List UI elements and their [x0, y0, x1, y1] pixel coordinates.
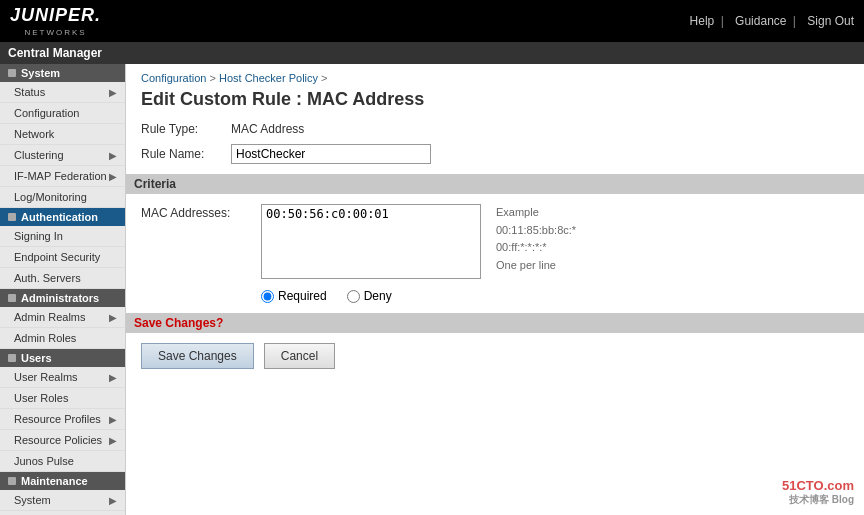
watermark: 51CTO.com 技术博客 Blog	[782, 478, 854, 507]
sidebar-item-label: Admin Roles	[14, 332, 76, 344]
sidebar-item-status[interactable]: Status▶	[0, 82, 125, 103]
chevron-right-icon: ▶	[109, 312, 117, 323]
sidebar-item-label: User Realms	[14, 371, 78, 383]
chevron-right-icon: ▶	[109, 87, 117, 98]
sidebar-item-label: Configuration	[14, 107, 79, 119]
sep1: |	[721, 14, 724, 28]
sidebar-section-authentication[interactable]: Authentication	[0, 208, 125, 226]
mac-label: MAC Addresses:	[141, 204, 261, 220]
button-row: Save Changes Cancel	[141, 343, 849, 369]
sidebar-item-label: Endpoint Security	[14, 251, 100, 263]
topbar-title: Central Manager	[8, 46, 102, 60]
sidebar-item-label: Status	[14, 86, 45, 98]
radio-deny[interactable]: Deny	[347, 289, 392, 303]
rule-name-label: Rule Name:	[141, 147, 231, 161]
sidebar-item-label: User Roles	[14, 392, 68, 404]
guidance-link[interactable]: Guidance	[735, 14, 786, 28]
sidebar-section-system[interactable]: System	[0, 64, 125, 82]
topbar: Central Manager	[0, 42, 864, 64]
mac-textarea[interactable]	[261, 204, 481, 279]
watermark-line1: 51CTO.com	[782, 478, 854, 493]
main-layout: SystemStatus▶ConfigurationNetworkCluster…	[0, 64, 864, 515]
example-line3: One per line	[496, 259, 556, 271]
sidebar-item-signing-in[interactable]: Signing In	[0, 226, 125, 247]
criteria-row: MAC Addresses: Example 00:11:85:bb:8c:* …	[141, 204, 849, 279]
example-line1: 00:11:85:bb:8c:*	[496, 224, 576, 236]
radio-group: Required Deny	[261, 289, 849, 303]
save-section-header: Save Changes?	[126, 313, 864, 333]
rule-type-value: MAC Address	[231, 122, 304, 136]
rule-name-input[interactable]	[231, 144, 431, 164]
rule-type-row: Rule Type: MAC Address	[141, 122, 849, 136]
radio-required-input[interactable]	[261, 290, 274, 303]
sidebar-item-log-monitoring[interactable]: Log/Monitoring	[0, 187, 125, 208]
breadcrumb-sep1: >	[210, 72, 219, 84]
sidebar-item-junos-pulse[interactable]: Junos Pulse	[0, 451, 125, 472]
chevron-right-icon: ▶	[109, 414, 117, 425]
sidebar-item-system[interactable]: System▶	[0, 490, 125, 511]
header-nav: Help | Guidance | Sign Out	[685, 14, 854, 28]
sidebar-item-label: Signing In	[14, 230, 63, 242]
criteria-header: Criteria	[126, 174, 864, 194]
radio-deny-input[interactable]	[347, 290, 360, 303]
sidebar-item-resource-policies[interactable]: Resource Policies▶	[0, 430, 125, 451]
example-title: Example	[496, 206, 539, 218]
sidebar-item-label: System	[14, 494, 51, 506]
content-area: Configuration > Host Checker Policy > Ed…	[126, 64, 864, 515]
sidebar-item-endpoint-security[interactable]: Endpoint Security	[0, 247, 125, 268]
sep2: |	[793, 14, 796, 28]
sidebar-item-if-map-federation[interactable]: IF-MAP Federation▶	[0, 166, 125, 187]
sidebar-item-label: Auth. Servers	[14, 272, 81, 284]
example-text: Example 00:11:85:bb:8c:* 00:ff:*:*:*:* O…	[496, 204, 576, 274]
radio-deny-label: Deny	[364, 289, 392, 303]
sidebar-item-label: Junos Pulse	[14, 455, 74, 467]
chevron-right-icon: ▶	[109, 150, 117, 161]
sidebar-item-label: Resource Policies	[14, 434, 102, 446]
sidebar-item-admin-realms[interactable]: Admin Realms▶	[0, 307, 125, 328]
app-header: JUNIPER. NETWORKS Help | Guidance | Sign…	[0, 0, 864, 42]
sidebar-item-label: Network	[14, 128, 54, 140]
sidebar: SystemStatus▶ConfigurationNetworkCluster…	[0, 64, 126, 515]
page-title: Edit Custom Rule : MAC Address	[141, 89, 849, 110]
chevron-right-icon: ▶	[109, 495, 117, 506]
sidebar-item-label: Clustering	[14, 149, 64, 161]
sidebar-item-configuration[interactable]: Configuration	[0, 103, 125, 124]
sidebar-item-import-export[interactable]: Import/Export	[0, 511, 125, 515]
cancel-button[interactable]: Cancel	[264, 343, 335, 369]
radio-required-label: Required	[278, 289, 327, 303]
example-line2: 00:ff:*:*:*:*	[496, 241, 547, 253]
radio-required[interactable]: Required	[261, 289, 327, 303]
sidebar-section-administrators[interactable]: Administrators	[0, 289, 125, 307]
save-button[interactable]: Save Changes	[141, 343, 254, 369]
sidebar-item-user-realms[interactable]: User Realms▶	[0, 367, 125, 388]
breadcrumb: Configuration > Host Checker Policy >	[141, 72, 849, 84]
sidebar-item-auth--servers[interactable]: Auth. Servers	[0, 268, 125, 289]
chevron-right-icon: ▶	[109, 372, 117, 383]
logo-text: JUNIPER.	[10, 5, 101, 26]
rule-name-row: Rule Name:	[141, 144, 849, 164]
breadcrumb-sep2: >	[321, 72, 327, 84]
sidebar-item-clustering[interactable]: Clustering▶	[0, 145, 125, 166]
logo-sub: NETWORKS	[10, 28, 101, 37]
sidebar-section-users[interactable]: Users	[0, 349, 125, 367]
sidebar-item-network[interactable]: Network	[0, 124, 125, 145]
sidebar-item-label: Resource Profiles	[14, 413, 101, 425]
breadcrumb-policy[interactable]: Host Checker Policy	[219, 72, 318, 84]
chevron-right-icon: ▶	[109, 171, 117, 182]
textarea-wrapper: Example 00:11:85:bb:8c:* 00:ff:*:*:*:* O…	[261, 204, 576, 279]
signout-link[interactable]: Sign Out	[807, 14, 854, 28]
logo-area: JUNIPER. NETWORKS	[10, 5, 101, 37]
sidebar-item-resource-profiles[interactable]: Resource Profiles▶	[0, 409, 125, 430]
sidebar-item-user-roles[interactable]: User Roles	[0, 388, 125, 409]
chevron-right-icon: ▶	[109, 435, 117, 446]
sidebar-item-admin-roles[interactable]: Admin Roles	[0, 328, 125, 349]
sidebar-item-label: IF-MAP Federation	[14, 170, 107, 182]
sidebar-item-label: Log/Monitoring	[14, 191, 87, 203]
rule-type-label: Rule Type:	[141, 122, 231, 136]
sidebar-section-maintenance[interactable]: Maintenance	[0, 472, 125, 490]
help-link[interactable]: Help	[690, 14, 715, 28]
watermark-line2: 技术博客 Blog	[782, 493, 854, 507]
breadcrumb-config[interactable]: Configuration	[141, 72, 206, 84]
sidebar-item-label: Admin Realms	[14, 311, 86, 323]
